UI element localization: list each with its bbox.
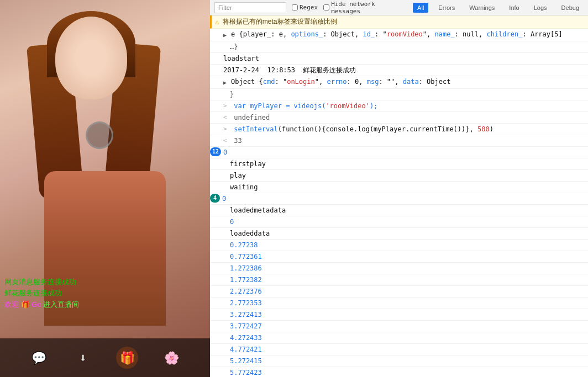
hide-network-checkbox[interactable] bbox=[323, 4, 329, 10]
table-row: Object {cmd: "onLogin", errno: 0, msg: "… bbox=[210, 76, 588, 89]
table-row: loadstart bbox=[210, 53, 588, 65]
table-row: 5.772423 bbox=[210, 367, 588, 377]
table-row: 3.772427 bbox=[210, 321, 588, 332]
table-row: < 33 bbox=[210, 135, 588, 147]
level-warnings-button[interactable]: Warnings bbox=[465, 3, 499, 13]
overlay-line-3: 欢迎 🎁 Go 进入直播间 bbox=[4, 299, 79, 311]
console-line: …} bbox=[230, 42, 238, 52]
table-row: …} bbox=[210, 41, 588, 53]
overlay-enter: 进入直播间 bbox=[41, 300, 80, 309]
table-row: waiting bbox=[210, 182, 588, 193]
table-row: } bbox=[210, 89, 588, 100]
console-line: 3.272413 bbox=[230, 310, 262, 320]
play-circle-button[interactable] bbox=[86, 121, 113, 149]
overlay-line-2: 鲜花服务连接成功 bbox=[4, 288, 79, 299]
chat-button[interactable]: 💬 bbox=[28, 347, 50, 369]
warning-text: 将根据已有的meta标签来设置缩放比例 bbox=[223, 17, 337, 26]
console-output: ⚠ 将根据已有的meta标签来设置缩放比例 e {player_: e, opt… bbox=[210, 15, 588, 377]
console-line: undefined bbox=[230, 113, 270, 123]
console-line: 5.272415 bbox=[230, 356, 262, 366]
level-all-button[interactable]: All bbox=[413, 3, 428, 13]
console-line: play bbox=[230, 171, 246, 180]
video-controls-bar: 💬 ⬇ 🎁 🌸 bbox=[0, 338, 210, 377]
overlay-go: Go bbox=[30, 300, 41, 309]
table-row: 1.772382 bbox=[210, 274, 588, 286]
console-line: 0 bbox=[230, 217, 234, 227]
table-row: play bbox=[210, 170, 588, 182]
video-panel: 网页消息服务连接成功 鲜花服务连接成功 欢迎 🎁 Go 进入直播间 💬 ⬇ 🎁 … bbox=[0, 0, 210, 377]
table-row: < undefined bbox=[210, 112, 588, 124]
table-row: 0 bbox=[210, 216, 588, 228]
regex-checkbox[interactable] bbox=[292, 4, 298, 10]
console-line: var myPlayer = videojs('roomVideo'); bbox=[230, 101, 377, 111]
console-line: 4.772421 bbox=[230, 344, 262, 354]
level-info-button[interactable]: Info bbox=[505, 3, 523, 13]
regex-checkbox-label[interactable]: Regex bbox=[292, 4, 318, 11]
table-row: e {player_: e, options_: Object, id_: "r… bbox=[210, 29, 588, 41]
console-line: 0.27238 bbox=[230, 240, 258, 250]
console-line: 1.772382 bbox=[230, 275, 262, 285]
overlay-text: 网页消息服务连接成功 鲜花服务连接成功 欢迎 🎁 Go 进入直播间 bbox=[4, 277, 79, 311]
overlay-emoji: 🎁 bbox=[21, 300, 30, 309]
console-line: 3.772427 bbox=[230, 321, 262, 331]
warning-row: ⚠ 将根据已有的meta标签来设置缩放比例 bbox=[210, 15, 588, 29]
table-row: 3.272413 bbox=[210, 309, 588, 321]
hide-network-checkbox-label[interactable]: Hide network messages bbox=[323, 1, 407, 15]
devtools-panel: Regex Hide network messages All Errors W… bbox=[210, 0, 588, 377]
table-row: 4.772421 bbox=[210, 344, 588, 355]
console-line: 2.272376 bbox=[230, 286, 262, 296]
level-debug-button[interactable]: Debug bbox=[557, 3, 584, 13]
download-button[interactable]: ⬇ bbox=[72, 347, 94, 369]
console-line: setInterval(function(){console.log(myPla… bbox=[230, 124, 494, 134]
console-line: 33 bbox=[230, 136, 242, 146]
table-row: loadedmetadata bbox=[210, 205, 588, 216]
console-line: 4.272433 bbox=[230, 333, 262, 343]
console-line: Object {cmd: "onLogin", errno: 0, msg: "… bbox=[231, 77, 450, 87]
console-line: 0.772361 bbox=[230, 252, 262, 262]
level-logs-button[interactable]: Logs bbox=[529, 3, 552, 13]
table-row: 2.272376 bbox=[210, 286, 588, 298]
console-line: e {player_: e, options_: Object, id_: "r… bbox=[231, 29, 563, 39]
table-row: 4 0 bbox=[210, 193, 588, 205]
table-row: 1.272386 bbox=[210, 263, 588, 274]
console-line: loadedmetadata bbox=[230, 205, 286, 215]
gift-button[interactable]: 🎁 bbox=[116, 347, 138, 369]
console-line: 1.272386 bbox=[230, 263, 262, 273]
video-background: 网页消息服务连接成功 鲜花服务连接成功 欢迎 🎁 Go 进入直播间 bbox=[0, 0, 210, 377]
overlay-line-1: 网页消息服务连接成功 bbox=[4, 277, 79, 288]
table-row: loadeddata bbox=[210, 228, 588, 240]
console-line: 2017-2-24 12:8:53 鲜花服务连接成功 bbox=[223, 65, 356, 75]
table-row: 5.272415 bbox=[210, 355, 588, 367]
prompt-left: < bbox=[223, 113, 230, 123]
expand-arrow[interactable] bbox=[223, 77, 231, 88]
prompt-left-2: < bbox=[223, 136, 230, 146]
badge-4: 4 bbox=[210, 194, 220, 203]
devtools-toolbar: Regex Hide network messages All Errors W… bbox=[210, 0, 588, 15]
console-line: loadeddata bbox=[230, 229, 270, 238]
console-line: 2.772353 bbox=[230, 298, 262, 308]
expand-arrow[interactable] bbox=[223, 29, 231, 40]
filter-input[interactable] bbox=[214, 2, 286, 13]
overlay-line-3-text: 欢迎 bbox=[4, 300, 21, 309]
console-line: } bbox=[230, 89, 234, 99]
level-errors-button[interactable]: Errors bbox=[434, 3, 459, 13]
console-line: 0 bbox=[222, 194, 226, 204]
table-row: > var myPlayer = videojs('roomVideo'); bbox=[210, 100, 588, 112]
prompt-right-2: > bbox=[223, 124, 230, 134]
warning-icon: ⚠ bbox=[215, 18, 219, 26]
console-line: firstplay bbox=[230, 159, 266, 169]
face bbox=[55, 17, 127, 99]
prompt-right: > bbox=[223, 101, 230, 111]
table-row: 12 0 bbox=[210, 147, 588, 158]
console-line: waiting bbox=[230, 182, 258, 192]
console-line: 0 bbox=[223, 147, 227, 157]
table-row: 2.772353 bbox=[210, 298, 588, 309]
table-row: 2017-2-24 12:8:53 鲜花服务连接成功 bbox=[210, 65, 588, 76]
table-row: firstplay bbox=[210, 158, 588, 170]
table-row: 4.272433 bbox=[210, 332, 588, 344]
flower-button[interactable]: 🌸 bbox=[160, 347, 182, 369]
console-line: 5.772423 bbox=[230, 368, 262, 377]
console-line: loadstart bbox=[223, 54, 259, 63]
table-row: 0.772361 bbox=[210, 251, 588, 263]
badge-12: 12 bbox=[210, 147, 221, 156]
